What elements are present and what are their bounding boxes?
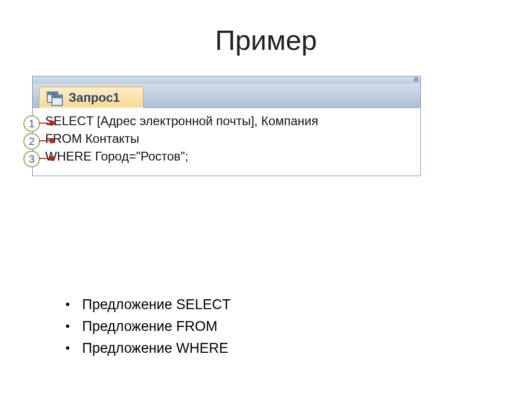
sql-line-1: SELECT [Адрес электронной почты], Компан… bbox=[45, 112, 420, 130]
bullet-list: Предложение SELECT Предложение FROM Пред… bbox=[39, 294, 231, 359]
callout-2: 2 bbox=[23, 133, 40, 150]
list-item: Предложение WHERE bbox=[60, 337, 231, 359]
callout-1: 1 bbox=[23, 115, 40, 132]
list-item: Предложение SELECT bbox=[60, 294, 231, 315]
query-tab: Запрос1 bbox=[39, 87, 143, 108]
sql-body: SELECT [Адрес электронной почты], Компан… bbox=[32, 108, 421, 176]
query-icon bbox=[47, 91, 62, 104]
slide: Пример Запрос1 SELECT [Адрес электронной… bbox=[0, 0, 532, 399]
sql-line-3: WHERE Город="Ростов"; bbox=[45, 148, 420, 165]
slide-title: Пример bbox=[0, 24, 532, 56]
callout-markers: 1 2 3 bbox=[23, 115, 40, 168]
sql-editor-screenshot: Запрос1 SELECT [Адрес электронной почты]… bbox=[32, 76, 421, 176]
callout-3: 3 bbox=[23, 151, 40, 167]
tab-label: Запрос1 bbox=[69, 90, 120, 105]
window-titlebar bbox=[32, 76, 421, 84]
close-icon bbox=[414, 77, 418, 82]
sql-line-2: FROM Контакты bbox=[45, 130, 420, 148]
tab-strip: Запрос1 bbox=[32, 84, 421, 108]
list-item: Предложение FROM bbox=[60, 315, 231, 337]
